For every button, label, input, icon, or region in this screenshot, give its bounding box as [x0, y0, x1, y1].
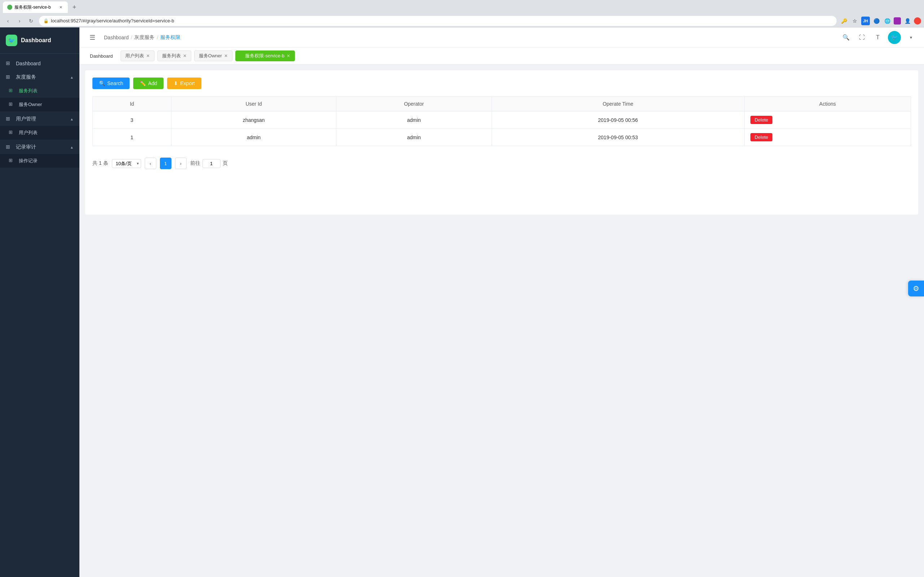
nav-buttons: ‹ › ↻ [3, 16, 36, 26]
breadcrumb-sep-1: / [131, 35, 132, 40]
page-tab-service-owner-close[interactable]: ✕ [224, 53, 228, 58]
page-1-label: 1 [164, 161, 167, 166]
dashboard-icon: ⊞ [6, 60, 12, 67]
sidebar: 🐦 Dashboard ⊞ Dashboard ⊞ 灰度服务 ▲ ⊞ 服务列 [0, 27, 79, 577]
col-operator: Operator [336, 97, 492, 111]
back-button[interactable]: ‹ [3, 16, 13, 26]
url-text: localhost:9527/#/gray/service/authority?… [51, 18, 174, 23]
page-tab-service-list[interactable]: 服务列表 ✕ [157, 50, 191, 61]
app-container: 🐦 Dashboard ⊞ Dashboard ⊞ 灰度服务 ▲ ⊞ 服务列 [0, 27, 924, 577]
sidebar-item-user-manage[interactable]: ⊞ 用户管理 ▲ [0, 112, 79, 126]
sidebar-item-user-list[interactable]: ⊞ 用户列表 [0, 126, 79, 140]
breadcrumb-dashboard[interactable]: Dashboard [104, 35, 129, 40]
top-bar-actions: 🔍 ⛶ T 🐦 ▾ [840, 31, 917, 44]
cell-id-1: 3 [93, 111, 171, 129]
audit-icon: ⊞ [6, 144, 12, 150]
sidebar-item-dashboard[interactable]: ⊞ Dashboard [0, 56, 79, 70]
chevron-down-icon[interactable]: ▾ [905, 32, 917, 43]
goto-input[interactable] [202, 159, 221, 168]
sidebar-item-audit[interactable]: ⊞ 记录审计 ▲ [0, 140, 79, 154]
browser-extension-icons: 🔑 ☆ JH 🔵 🌐 👤 [840, 16, 921, 25]
cell-operator-2: admin [336, 129, 492, 146]
sidebar-item-operation-log[interactable]: ⊞ 操作记录 [0, 154, 79, 168]
page-tab-dashboard-label: Dashboard [90, 53, 113, 59]
gray-service-icon: ⊞ [6, 74, 12, 81]
search-header-icon[interactable]: 🔍 [840, 32, 852, 43]
next-page-button[interactable]: › [175, 158, 187, 169]
page-tab-service-owner-label: 服务Owner [199, 53, 222, 59]
breadcrumb-gray-service[interactable]: 灰度服务 [134, 34, 155, 41]
add-button[interactable]: ✏️ Add [133, 77, 163, 89]
col-operate-time: Operate Time [492, 97, 744, 111]
operation-log-icon: ⊞ [9, 158, 15, 164]
export-btn-icon: ⬇ [174, 81, 178, 86]
ext-globe-icon[interactable]: 🌐 [883, 16, 892, 25]
nav-sub-audit: ⊞ 操作记录 [0, 154, 79, 168]
chevron-up-icon-2: ▲ [70, 117, 74, 121]
cell-actions-2: Delete [744, 129, 911, 146]
table-header: Id User Id Operator Operate Time Actions [93, 97, 911, 111]
top-bar: ☰ Dashboard / 灰度服务 / 服务权限 🔍 ⛶ T 🐦 ▾ [79, 27, 924, 48]
fullscreen-icon[interactable]: ⛶ [856, 32, 868, 43]
ext-jh-icon[interactable]: JH [861, 16, 870, 25]
ext-red-icon[interactable] [914, 17, 921, 24]
ext-key-icon[interactable]: 🔑 [840, 16, 848, 25]
page-tab-bar: Dashboard 用户列表 ✕ 服务列表 ✕ 服务Owner ✕ 服务权限-s… [79, 48, 924, 64]
action-toolbar: 🔍 Search ✏️ Add ⬇ Export [92, 77, 911, 89]
sidebar-item-gray-service[interactable]: ⊞ 灰度服务 ▲ [0, 70, 79, 84]
page-tab-dashboard[interactable]: Dashboard [85, 51, 118, 61]
delete-button-1[interactable]: Delete [750, 116, 773, 124]
page-tab-service-owner[interactable]: 服务Owner ✕ [194, 50, 233, 61]
user-avatar[interactable]: 🐦 [888, 31, 901, 44]
new-tab-button[interactable]: + [69, 2, 79, 12]
url-lock-icon: 🔒 [43, 18, 49, 23]
logo-text: Dashboard [21, 37, 51, 44]
nav-group-audit: ⊞ 记录审计 ▲ ⊞ 操作记录 [0, 140, 79, 168]
prev-page-button[interactable]: ‹ [145, 158, 156, 169]
page-tab-user-list-close[interactable]: ✕ [146, 53, 150, 58]
service-owner-label: 服务Owner [19, 102, 74, 108]
page-size-select[interactable]: 10条/页 20条/页 50条/页 [112, 159, 141, 168]
sidebar-item-service-list[interactable]: ⊞ 服务列表 [0, 84, 79, 98]
page-tab-authority[interactable]: 服务权限-service-b ✕ [235, 50, 295, 61]
page-tab-service-list-close[interactable]: ✕ [183, 53, 187, 58]
user-profile-icon[interactable]: 👤 [903, 16, 912, 25]
search-button[interactable]: 🔍 Search [92, 77, 129, 89]
breadcrumb-sep-2: / [157, 35, 158, 40]
delete-button-2[interactable]: Delete [750, 133, 773, 141]
ext-purple-icon[interactable] [894, 17, 901, 24]
table-row: 1 admin admin 2019-09-05 00:53 Delete [93, 129, 911, 146]
nav-sub-gray-service: ⊞ 服务列表 ⊞ 服务Owner [0, 84, 79, 111]
service-owner-icon: ⊞ [9, 102, 15, 108]
ext-cast-icon[interactable]: 🔵 [872, 16, 881, 25]
nav-sub-user-manage: ⊞ 用户列表 [0, 126, 79, 140]
browser-tab-active[interactable]: 服务权限-service-b ✕ [3, 2, 68, 13]
forward-button[interactable]: › [15, 16, 24, 26]
tab-close-button[interactable]: ✕ [58, 4, 63, 10]
chevron-up-icon-3: ▲ [70, 145, 74, 149]
page-tab-user-list[interactable]: 用户列表 ✕ [121, 50, 155, 61]
pagination-total: 共 1 条 [92, 160, 108, 167]
breadcrumb: Dashboard / 灰度服务 / 服务权限 [104, 34, 835, 41]
menu-toggle-button[interactable]: ☰ [87, 32, 98, 43]
delete-btn-label-1: Delete [755, 117, 769, 122]
cell-user-id-2: admin [171, 129, 336, 146]
add-btn-icon: ✏️ [140, 81, 146, 86]
page-tab-authority-close[interactable]: ✕ [287, 53, 290, 58]
sidebar-item-service-owner[interactable]: ⊞ 服务Owner [0, 98, 79, 111]
page-1-button[interactable]: 1 [160, 158, 171, 169]
search-btn-icon: 🔍 [99, 81, 105, 86]
export-button[interactable]: ⬇ Export [167, 77, 201, 89]
font-size-icon[interactable]: T [872, 32, 884, 43]
user-list-label: 用户列表 [19, 129, 74, 136]
chevron-up-icon: ▲ [70, 76, 74, 79]
page-tab-authority-label: 服务权限-service-b [245, 53, 284, 59]
url-bar[interactable]: 🔒 localhost:9527/#/gray/service/authorit… [39, 16, 837, 26]
settings-fab[interactable]: ⚙ [908, 280, 924, 297]
cell-operator-1: admin [336, 111, 492, 129]
data-table: Id User Id Operator Operate Time Actions… [92, 96, 911, 146]
cell-operate-time-1: 2019-09-05 00:56 [492, 111, 744, 129]
ext-star-icon[interactable]: ☆ [850, 16, 859, 25]
reload-button[interactable]: ↻ [26, 16, 36, 26]
sidebar-item-label: Dashboard [16, 61, 74, 66]
